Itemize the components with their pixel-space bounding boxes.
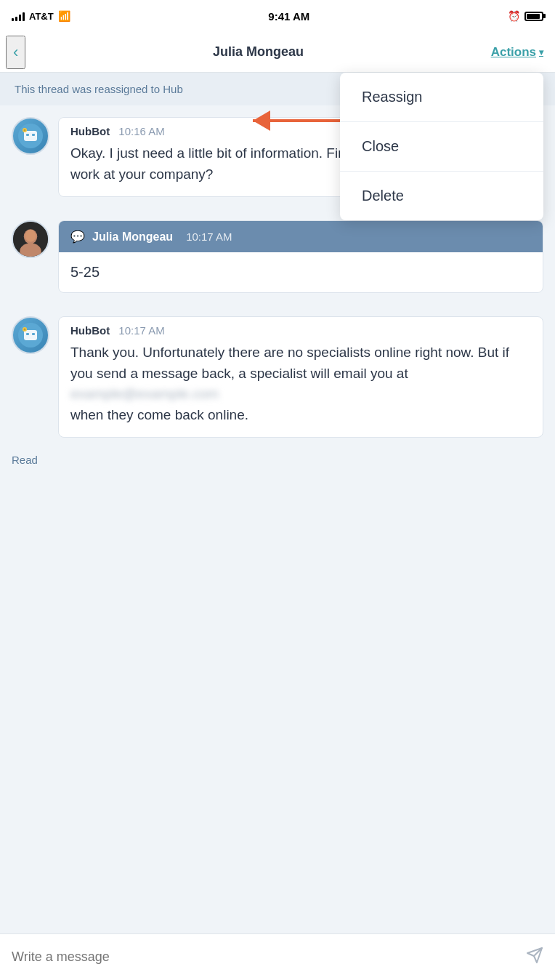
chevron-down-icon: ▾ <box>539 47 543 57</box>
reassigned-text: This thread was reassigned to Hub <box>15 83 183 95</box>
svg-point-9 <box>25 230 36 242</box>
julia-message-body: 5-25 <box>59 252 543 292</box>
julia-time: 10:17 AM <box>186 230 232 243</box>
reassign-arrow-indicator <box>253 111 340 131</box>
message-body-text: Thank you. Unfortunately there are no sp… <box>70 345 509 381</box>
status-time: 9:41 AM <box>268 10 309 23</box>
message-sender: HubBot <box>70 324 110 337</box>
actions-dropdown: Reassign Close Delete <box>340 73 543 220</box>
message-bubble: HubBot 10:17 AM Thank you. Unfortunately… <box>58 316 543 438</box>
alarm-icon: ⏰ <box>508 10 520 22</box>
signal-bar-1 <box>12 18 14 21</box>
wifi-icon: 📶 <box>58 10 70 22</box>
avatar <box>12 220 49 258</box>
actions-button[interactable]: Actions ▾ <box>491 45 543 60</box>
julia-message-header: 💬 Julia Mongeau 10:17 AM <box>59 221 543 252</box>
status-bar-left: AT&T 📶 <box>12 10 70 22</box>
battery-fill <box>527 14 540 19</box>
comment-icon: 💬 <box>70 230 85 244</box>
arrow-shaft <box>253 119 340 122</box>
svg-point-15 <box>24 329 26 331</box>
signal-bar-3 <box>19 15 21 21</box>
reassign-label: Reassign <box>362 89 422 105</box>
svg-point-5 <box>24 129 26 132</box>
header-title: Julia Mongeau <box>213 44 304 60</box>
reassign-menu-item[interactable]: Reassign <box>340 73 543 122</box>
back-button[interactable]: ‹ <box>6 36 25 69</box>
signal-bar-2 <box>15 17 17 21</box>
svg-rect-2 <box>26 134 29 136</box>
status-bar: AT&T 📶 9:41 AM ⏰ <box>0 0 555 32</box>
avatar <box>12 316 49 354</box>
svg-rect-12 <box>26 333 29 335</box>
delete-menu-item[interactable]: Delete <box>340 172 543 220</box>
svg-rect-3 <box>32 134 35 136</box>
message-time: 10:16 AM <box>118 125 164 137</box>
battery-icon <box>524 12 543 21</box>
julia-message-bubble: 💬 Julia Mongeau 10:17 AM 5-25 <box>58 220 543 293</box>
actions-label: Actions <box>491 45 536 60</box>
signal-bar-4 <box>23 12 25 21</box>
message-input[interactable] <box>12 949 517 965</box>
list-item: HubBot 10:17 AM Thank you. Unfortunately… <box>12 316 543 438</box>
list-item: 💬 Julia Mongeau 10:17 AM 5-25 <box>12 220 543 293</box>
svg-rect-1 <box>24 131 37 141</box>
avatar <box>12 117 49 155</box>
close-label: Close <box>362 138 399 155</box>
read-status: Read <box>12 449 543 473</box>
status-bar-right: ⏰ <box>508 10 543 22</box>
close-menu-item[interactable]: Close <box>340 122 543 172</box>
message-body: Thank you. Unfortunately there are no sp… <box>59 342 543 437</box>
message-header: HubBot 10:17 AM <box>59 317 543 342</box>
svg-rect-13 <box>32 333 35 335</box>
signal-bars <box>12 11 25 21</box>
message-body-after: when they come back online. <box>70 407 248 422</box>
message-time: 10:17 AM <box>118 324 164 337</box>
blurred-email: example@example.com <box>70 384 219 405</box>
carrier-label: AT&T <box>29 11 54 22</box>
send-button[interactable] <box>526 947 543 968</box>
header: ‹ Julia Mongeau Actions ▾ <box>0 32 555 73</box>
svg-rect-11 <box>24 330 37 340</box>
message-sender: HubBot <box>70 125 110 137</box>
delete-label: Delete <box>362 188 404 204</box>
julia-sender: Julia Mongeau <box>92 230 173 244</box>
message-input-bar <box>0 933 555 980</box>
